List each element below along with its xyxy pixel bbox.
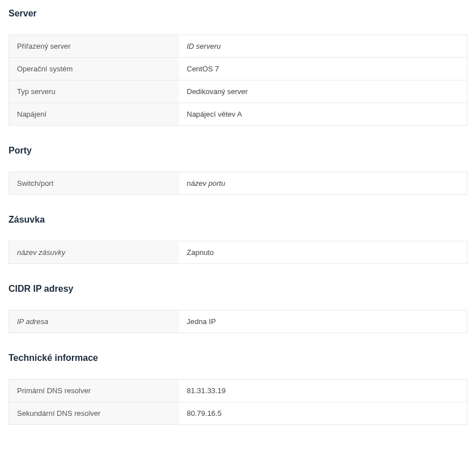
section-server: Server Přiřazený server ID serveru Opera… [8, 8, 468, 126]
table-row: Switch/port název portu [9, 172, 468, 195]
row-label: Operační systém [9, 58, 179, 80]
section-tech: Technické informace Primární DNS resolve… [8, 353, 468, 425]
row-label: Napájení [9, 103, 179, 126]
row-value: Zapnuto [179, 241, 468, 264]
row-value: 81.31.33.19 [179, 380, 468, 402]
section-title-tech: Technické informace [8, 353, 468, 363]
section-title-server: Server [8, 8, 468, 19]
table-row: Operační systém CentOS 7 [9, 58, 468, 80]
row-label: Typ serveru [9, 80, 179, 103]
table-ports: Switch/port název portu [8, 172, 468, 195]
table-row: Přiřazený server ID serveru [9, 35, 468, 58]
section-title-ports: Porty [8, 146, 468, 156]
table-socket: název zásuvky Zapnuto [8, 241, 468, 264]
row-label: Primární DNS resolver [9, 380, 179, 402]
row-value: Dedikovaný server [179, 80, 468, 103]
table-row: Sekundární DNS resolver 80.79.16.5 [9, 402, 468, 425]
row-value: název portu [179, 172, 468, 195]
row-value: CentOS 7 [179, 58, 468, 80]
row-label: Switch/port [9, 172, 179, 195]
row-label: IP adresa [9, 310, 179, 333]
table-tech: Primární DNS resolver 81.31.33.19 Sekund… [8, 379, 468, 425]
section-title-cidr: CIDR IP adresy [8, 284, 468, 294]
table-cidr: IP adresa Jedna IP [8, 310, 468, 333]
section-cidr: CIDR IP adresy IP adresa Jedna IP [8, 284, 468, 333]
table-row: IP adresa Jedna IP [9, 310, 468, 333]
section-ports: Porty Switch/port název portu [8, 146, 468, 195]
table-row: název zásuvky Zapnuto [9, 241, 468, 264]
table-server: Přiřazený server ID serveru Operační sys… [8, 35, 468, 126]
row-value: 80.79.16.5 [179, 402, 468, 425]
row-value: ID serveru [179, 35, 468, 58]
table-row: Typ serveru Dedikovaný server [9, 80, 468, 103]
row-label: Sekundární DNS resolver [9, 402, 179, 425]
row-value: Jedna IP [179, 310, 468, 333]
row-value: Napájecí větev A [179, 103, 468, 126]
table-row: Napájení Napájecí větev A [9, 103, 468, 126]
section-title-socket: Zásuvka [8, 215, 468, 225]
section-socket: Zásuvka název zásuvky Zapnuto [8, 215, 468, 264]
table-row: Primární DNS resolver 81.31.33.19 [9, 380, 468, 402]
row-label: název zásuvky [9, 241, 179, 264]
row-label: Přiřazený server [9, 35, 179, 58]
